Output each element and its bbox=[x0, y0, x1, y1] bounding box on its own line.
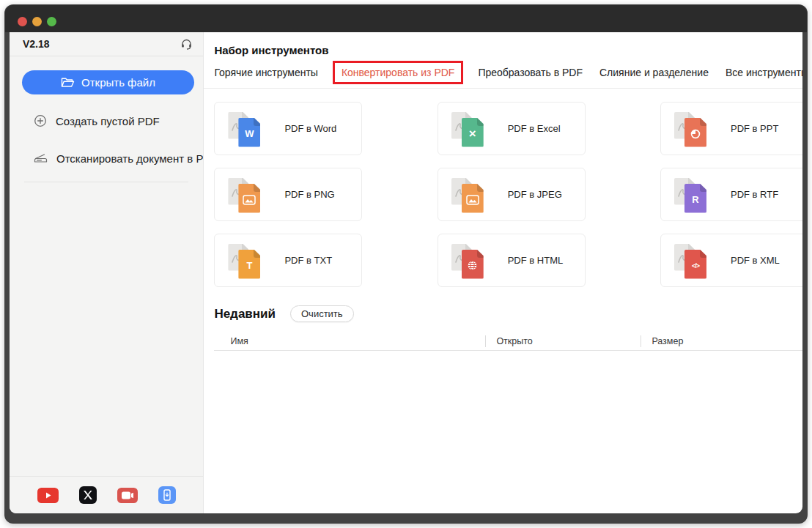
scanner-icon bbox=[34, 152, 48, 164]
txt-file-icon: T bbox=[227, 242, 264, 279]
mobile-app-icon[interactable] bbox=[158, 486, 176, 504]
recent-section-title: Недавний bbox=[214, 307, 276, 321]
column-header-name[interactable]: Имя bbox=[214, 336, 485, 346]
tools-grid: W PDF в Word × PDF в Excel bbox=[214, 102, 802, 287]
image-glyph bbox=[466, 195, 479, 205]
app-version: V2.18 bbox=[23, 38, 50, 50]
column-header-size[interactable]: Размер bbox=[641, 335, 802, 347]
tool-card-pdf-to-txt[interactable]: T PDF в TXT bbox=[214, 234, 362, 287]
tool-card-pdf-to-html[interactable]: PDF в HTML bbox=[438, 234, 586, 287]
sidebar-divider bbox=[24, 182, 188, 182]
html-file-icon bbox=[451, 242, 487, 279]
tool-label: PDF в XML bbox=[731, 255, 780, 266]
close-window-button[interactable] bbox=[18, 17, 27, 26]
pie-chart-glyph bbox=[690, 128, 701, 140]
ppt-file-icon bbox=[673, 111, 710, 147]
xml-file-icon: </> bbox=[673, 242, 710, 279]
tool-card-pdf-to-ppt[interactable]: PDF в PPT bbox=[660, 102, 802, 155]
tool-label: PDF в PNG bbox=[284, 189, 334, 200]
app-window: V2.18 Открыть файл bbox=[4, 4, 808, 524]
tab-all-tools[interactable]: Все инструменты bbox=[726, 67, 802, 78]
image-glyph bbox=[243, 195, 256, 205]
sidebar-item-label: Отсканировать документ в P bbox=[56, 152, 203, 165]
video-channel-icon[interactable] bbox=[117, 488, 138, 503]
tool-label: PDF в RTF bbox=[731, 189, 778, 200]
tool-label: PDF в Word bbox=[284, 123, 336, 134]
tab-hot-tools[interactable]: Горячие инструменты bbox=[214, 67, 317, 78]
png-file-icon bbox=[227, 176, 264, 213]
main-panel: Набор инструментов Горячие инструменты К… bbox=[204, 32, 802, 513]
plus-circle-icon bbox=[34, 114, 47, 127]
recent-table-header: Имя Открыто Размер bbox=[214, 332, 802, 351]
tool-card-pdf-to-word[interactable]: W PDF в Word bbox=[214, 102, 362, 155]
tool-card-pdf-to-excel[interactable]: × PDF в Excel bbox=[438, 102, 586, 155]
jpeg-file-icon bbox=[451, 176, 487, 213]
sidebar-social-bar bbox=[10, 476, 203, 513]
tab-convert-to-pdf[interactable]: Преобразовать в PDF bbox=[478, 67, 583, 78]
support-headset-icon[interactable] bbox=[180, 38, 193, 51]
sidebar-item-scan-document[interactable]: Отсканировать документ в P bbox=[10, 147, 203, 169]
zoom-window-button[interactable] bbox=[47, 17, 56, 26]
word-file-icon: W bbox=[227, 111, 264, 147]
tool-label: PDF в Excel bbox=[508, 123, 561, 134]
youtube-icon[interactable] bbox=[37, 488, 59, 503]
tool-label: PDF в HTML bbox=[508, 255, 564, 266]
sidebar: V2.18 Открыть файл bbox=[10, 32, 204, 513]
tool-card-pdf-to-rtf[interactable]: R PDF в RTF bbox=[660, 168, 802, 221]
open-file-button[interactable]: Открыть файл bbox=[22, 70, 194, 94]
window-titlebar bbox=[5, 5, 807, 32]
tab-convert-from-pdf[interactable]: Конвертировать из PDF bbox=[333, 61, 464, 84]
clear-recent-button[interactable]: Очистить bbox=[290, 305, 354, 322]
column-header-opened[interactable]: Открыто bbox=[485, 335, 641, 347]
open-folder-icon bbox=[61, 77, 75, 88]
sidebar-item-label: Создать пустой PDF bbox=[56, 115, 160, 127]
tab-bar: Горячие инструменты Конвертировать из PD… bbox=[204, 56, 802, 89]
tool-card-pdf-to-xml[interactable]: </> PDF в XML bbox=[660, 234, 802, 287]
sidebar-header: V2.18 bbox=[10, 32, 203, 56]
rtf-file-icon: R bbox=[673, 176, 710, 213]
page-title: Набор инструментов bbox=[214, 44, 802, 56]
sidebar-item-create-pdf[interactable]: Создать пустой PDF bbox=[10, 110, 203, 132]
minimize-window-button[interactable] bbox=[32, 17, 42, 26]
x-twitter-icon[interactable] bbox=[79, 486, 97, 504]
globe-glyph bbox=[467, 260, 478, 271]
tool-label: PDF в JPEG bbox=[508, 189, 562, 200]
tool-card-pdf-to-jpeg[interactable]: PDF в JPEG bbox=[438, 168, 586, 221]
open-file-label: Открыть файл bbox=[81, 76, 155, 89]
tool-label: PDF в PPT bbox=[731, 123, 778, 134]
tool-label: PDF в TXT bbox=[284, 255, 332, 266]
tool-card-pdf-to-png[interactable]: PDF в PNG bbox=[214, 168, 362, 221]
tab-merge-split[interactable]: Слияние и разделение bbox=[599, 67, 709, 78]
excel-file-icon: × bbox=[451, 111, 487, 147]
